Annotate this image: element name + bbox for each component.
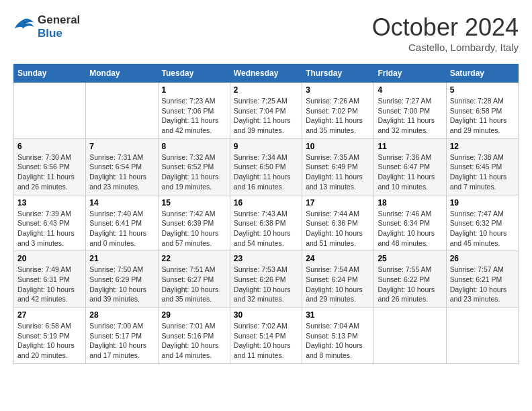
calendar-cell: 8Sunrise: 7:32 AM Sunset: 6:52 PM Daylig… <box>158 138 230 195</box>
day-of-week-header: Friday <box>374 64 446 83</box>
day-info: Sunrise: 7:28 AM Sunset: 6:58 PM Dayligh… <box>450 96 515 136</box>
day-info: Sunrise: 7:39 AM Sunset: 6:43 PM Dayligh… <box>17 209 82 248</box>
day-info: Sunrise: 7:00 AM Sunset: 5:17 PM Dayligh… <box>89 321 154 361</box>
calendar-cell: 9Sunrise: 7:34 AM Sunset: 6:50 PM Daylig… <box>230 138 302 195</box>
calendar-cell: 3Sunrise: 7:26 AM Sunset: 7:02 PM Daylig… <box>302 83 374 139</box>
calendar-cell: 23Sunrise: 7:53 AM Sunset: 6:26 PM Dayli… <box>230 251 302 308</box>
calendar-cell: 26Sunrise: 7:57 AM Sunset: 6:21 PM Dayli… <box>446 251 518 308</box>
day-number: 7 <box>89 142 154 151</box>
calendar-cell: 10Sunrise: 7:35 AM Sunset: 6:49 PM Dayli… <box>302 138 374 195</box>
calendar-cell: 20Sunrise: 7:49 AM Sunset: 6:31 PM Dayli… <box>14 251 86 308</box>
day-info: Sunrise: 7:54 AM Sunset: 6:24 PM Dayligh… <box>306 265 370 304</box>
day-of-week-header: Sunday <box>14 64 86 83</box>
day-number: 1 <box>162 85 226 95</box>
calendar-week-row: 27Sunrise: 6:58 AM Sunset: 5:19 PM Dayli… <box>14 308 519 364</box>
calendar-cell <box>14 83 86 139</box>
day-number: 9 <box>234 142 298 151</box>
day-info: Sunrise: 7:02 AM Sunset: 5:14 PM Dayligh… <box>234 321 298 361</box>
day-number: 18 <box>378 198 442 208</box>
calendar-cell <box>86 83 158 139</box>
calendar-cell: 24Sunrise: 7:54 AM Sunset: 6:24 PM Dayli… <box>302 251 374 308</box>
day-info: Sunrise: 7:53 AM Sunset: 6:26 PM Dayligh… <box>234 265 298 304</box>
calendar-cell: 17Sunrise: 7:44 AM Sunset: 6:36 PM Dayli… <box>302 195 374 251</box>
day-info: Sunrise: 7:25 AM Sunset: 7:04 PM Dayligh… <box>234 96 298 136</box>
day-info: Sunrise: 7:34 AM Sunset: 6:50 PM Dayligh… <box>234 152 298 192</box>
calendar-table: SundayMondayTuesdayWednesdayThursdayFrid… <box>13 64 519 364</box>
day-info: Sunrise: 7:47 AM Sunset: 6:32 PM Dayligh… <box>450 209 515 248</box>
calendar-cell: 16Sunrise: 7:43 AM Sunset: 6:38 PM Dayli… <box>230 195 302 251</box>
calendar-week-row: 20Sunrise: 7:49 AM Sunset: 6:31 PM Dayli… <box>14 251 519 308</box>
calendar-cell: 22Sunrise: 7:51 AM Sunset: 6:27 PM Dayli… <box>158 251 230 308</box>
calendar-cell: 30Sunrise: 7:02 AM Sunset: 5:14 PM Dayli… <box>230 308 302 364</box>
calendar-cell: 27Sunrise: 6:58 AM Sunset: 5:19 PM Dayli… <box>14 308 86 364</box>
calendar-cell: 11Sunrise: 7:36 AM Sunset: 6:47 PM Dayli… <box>374 138 446 195</box>
day-info: Sunrise: 7:27 AM Sunset: 7:00 PM Dayligh… <box>378 96 442 136</box>
day-info: Sunrise: 7:30 AM Sunset: 6:56 PM Dayligh… <box>17 152 82 192</box>
day-info: Sunrise: 7:50 AM Sunset: 6:29 PM Dayligh… <box>89 265 154 304</box>
day-info: Sunrise: 7:57 AM Sunset: 6:21 PM Dayligh… <box>450 265 515 304</box>
day-info: Sunrise: 7:42 AM Sunset: 6:39 PM Dayligh… <box>162 209 226 248</box>
calendar-cell: 2Sunrise: 7:25 AM Sunset: 7:04 PM Daylig… <box>230 83 302 139</box>
day-info: Sunrise: 7:38 AM Sunset: 6:45 PM Dayligh… <box>450 152 515 192</box>
calendar-cell: 31Sunrise: 7:04 AM Sunset: 5:13 PM Dayli… <box>302 308 374 364</box>
calendar-cell: 18Sunrise: 7:46 AM Sunset: 6:34 PM Dayli… <box>374 195 446 251</box>
day-number: 4 <box>378 85 442 95</box>
calendar-cell: 12Sunrise: 7:38 AM Sunset: 6:45 PM Dayli… <box>446 138 518 195</box>
day-of-week-header: Tuesday <box>158 64 230 83</box>
day-number: 2 <box>234 85 298 95</box>
page-header: General Blue October 2024 Castello, Lomb… <box>13 13 519 53</box>
day-number: 12 <box>450 142 515 151</box>
day-info: Sunrise: 7:46 AM Sunset: 6:34 PM Dayligh… <box>378 209 442 248</box>
logo-bird-icon <box>13 17 35 36</box>
day-info: Sunrise: 7:43 AM Sunset: 6:38 PM Dayligh… <box>234 209 298 248</box>
day-number: 5 <box>450 85 515 95</box>
title-block: October 2024 Castello, Lombardy, Italy <box>372 13 519 53</box>
day-number: 26 <box>450 254 515 263</box>
day-info: Sunrise: 7:35 AM Sunset: 6:49 PM Dayligh… <box>306 152 370 192</box>
day-number: 17 <box>306 198 370 208</box>
calendar-week-row: 6Sunrise: 7:30 AM Sunset: 6:56 PM Daylig… <box>14 138 519 195</box>
calendar-week-row: 1Sunrise: 7:23 AM Sunset: 7:06 PM Daylig… <box>14 83 519 139</box>
day-number: 3 <box>306 85 370 95</box>
day-info: Sunrise: 7:31 AM Sunset: 6:54 PM Dayligh… <box>89 152 154 192</box>
calendar-cell: 21Sunrise: 7:50 AM Sunset: 6:29 PM Dayli… <box>86 251 158 308</box>
calendar-cell: 4Sunrise: 7:27 AM Sunset: 7:00 PM Daylig… <box>374 83 446 139</box>
day-number: 25 <box>378 254 442 263</box>
day-info: Sunrise: 7:40 AM Sunset: 6:41 PM Dayligh… <box>89 209 154 248</box>
day-info: Sunrise: 7:44 AM Sunset: 6:36 PM Dayligh… <box>306 209 370 248</box>
location: Castello, Lombardy, Italy <box>372 42 519 53</box>
day-number: 21 <box>89 254 154 263</box>
day-number: 30 <box>234 310 298 320</box>
day-info: Sunrise: 7:49 AM Sunset: 6:31 PM Dayligh… <box>17 265 82 304</box>
calendar-cell <box>446 308 518 364</box>
calendar-cell <box>374 308 446 364</box>
day-of-week-header: Saturday <box>446 64 518 83</box>
day-number: 28 <box>89 310 154 320</box>
day-number: 14 <box>89 198 154 208</box>
day-info: Sunrise: 7:55 AM Sunset: 6:22 PM Dayligh… <box>378 265 442 304</box>
month-title: October 2024 <box>372 13 519 42</box>
day-of-week-header: Wednesday <box>230 64 302 83</box>
calendar-cell: 19Sunrise: 7:47 AM Sunset: 6:32 PM Dayli… <box>446 195 518 251</box>
day-info: Sunrise: 7:01 AM Sunset: 5:16 PM Dayligh… <box>162 321 226 361</box>
day-info: Sunrise: 7:51 AM Sunset: 6:27 PM Dayligh… <box>162 265 226 304</box>
calendar-cell: 7Sunrise: 7:31 AM Sunset: 6:54 PM Daylig… <box>86 138 158 195</box>
calendar-week-row: 13Sunrise: 7:39 AM Sunset: 6:43 PM Dayli… <box>14 195 519 251</box>
day-info: Sunrise: 7:26 AM Sunset: 7:02 PM Dayligh… <box>306 96 370 136</box>
calendar-cell: 28Sunrise: 7:00 AM Sunset: 5:17 PM Dayli… <box>86 308 158 364</box>
calendar-cell: 6Sunrise: 7:30 AM Sunset: 6:56 PM Daylig… <box>14 138 86 195</box>
day-number: 31 <box>306 310 370 320</box>
calendar-cell: 1Sunrise: 7:23 AM Sunset: 7:06 PM Daylig… <box>158 83 230 139</box>
calendar-cell: 29Sunrise: 7:01 AM Sunset: 5:16 PM Dayli… <box>158 308 230 364</box>
calendar-cell: 13Sunrise: 7:39 AM Sunset: 6:43 PM Dayli… <box>14 195 86 251</box>
day-number: 24 <box>306 254 370 263</box>
day-info: Sunrise: 7:23 AM Sunset: 7:06 PM Dayligh… <box>162 96 226 136</box>
day-number: 27 <box>17 310 82 320</box>
day-of-week-header: Thursday <box>302 64 374 83</box>
calendar-cell: 25Sunrise: 7:55 AM Sunset: 6:22 PM Dayli… <box>374 251 446 308</box>
day-info: Sunrise: 7:32 AM Sunset: 6:52 PM Dayligh… <box>162 152 226 192</box>
calendar-cell: 15Sunrise: 7:42 AM Sunset: 6:39 PM Dayli… <box>158 195 230 251</box>
day-number: 22 <box>162 254 226 263</box>
day-number: 13 <box>17 198 82 208</box>
day-number: 29 <box>162 310 226 320</box>
